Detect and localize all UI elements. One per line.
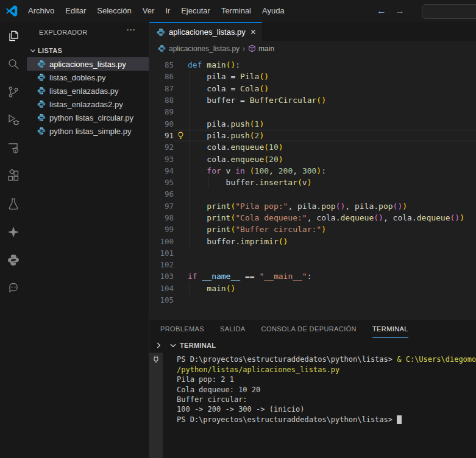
file-list: aplicaciones_listas.pylistas_dobles.pyli… <box>27 57 149 138</box>
python-file-icon <box>37 86 46 95</box>
panel-tab-salida[interactable]: SALIDA <box>220 320 246 338</box>
code-line-97[interactable]: 97 print("Pila pop:", pila.pop(), pila.p… <box>149 200 476 212</box>
terminal-section-header[interactable]: TERMINAL <box>149 338 476 353</box>
code-line-90[interactable]: 90 pila.push(1) <box>149 118 476 129</box>
code-text: cola.enqueue(10) <box>188 143 476 152</box>
code-text: if __name__ == "__main__": <box>188 272 476 281</box>
menu-terminal[interactable]: Terminal <box>216 0 257 22</box>
menu-seleccio-n[interactable]: Selección <box>91 0 137 22</box>
file-item-listas-enlazadas-py[interactable]: listas_enlazadas.py <box>27 84 149 97</box>
bottom-panel: PROBLEMASSALIDACONSOLA DE DEPURACIÓNTERM… <box>149 320 476 458</box>
lightbulb-icon[interactable] <box>177 132 185 139</box>
code-text: pila.push(1) <box>188 119 476 129</box>
tab-bar: aplicaciones_listas.py × <box>149 22 476 41</box>
code-text: buffer.imprimir() <box>188 237 476 246</box>
code-text: pila = Pila() <box>188 72 476 81</box>
source-control-icon[interactable] <box>0 78 27 106</box>
menu-ver[interactable]: Ver <box>137 0 160 22</box>
copilot-chat-icon[interactable] <box>0 274 27 302</box>
code-line-101[interactable]: 101 <box>149 247 476 259</box>
code-editor[interactable]: 85def main():86 pila = Pila()87 cola = C… <box>149 56 476 320</box>
extensions-icon[interactable] <box>0 162 27 190</box>
nav-arrows: ← → <box>377 0 405 22</box>
line-number: 102 <box>149 260 174 269</box>
title-bar: ArchivoEditarSelecciónVerIrEjecutarTermi… <box>0 0 476 22</box>
menu-editar[interactable]: Editar <box>60 0 91 22</box>
code-line-105[interactable]: 105 <box>149 294 476 306</box>
file-item-listas-dobles-py[interactable]: listas_dobles.py <box>27 71 149 84</box>
line-number: 99 <box>149 225 174 234</box>
terminal-cursor <box>397 415 402 424</box>
code-line-94[interactable]: 94 for v in (100, 200, 300): <box>149 165 476 177</box>
file-label: python listas_circular.py <box>49 113 133 122</box>
forward-arrow-icon[interactable]: → <box>395 5 405 16</box>
code-text: main() <box>188 284 476 293</box>
breadcrumb-separator: › <box>243 44 245 53</box>
code-line-100[interactable]: 100 buffer.imprimir() <box>149 235 476 247</box>
code-line-103[interactable]: 103if __name__ == "__main__": <box>149 270 476 282</box>
search-icon[interactable] <box>0 50 27 78</box>
python-file-icon <box>37 127 46 135</box>
copilot-sparkle-icon[interactable] <box>0 218 27 246</box>
python-file-icon <box>37 60 46 68</box>
breadcrumb-symbol[interactable]: main <box>248 44 274 53</box>
breadcrumb-file[interactable]: aplicaciones_listas.py <box>169 44 240 53</box>
file-item-aplicaciones-listas-py[interactable]: aplicaciones_listas.py <box>27 57 149 71</box>
code-text: for v in (100, 200, 300): <box>188 166 476 175</box>
code-line-93[interactable]: 93 cola.enqueue(20) <box>149 153 476 164</box>
menu-ejecutar[interactable]: Ejecutar <box>176 0 216 22</box>
code-line-104[interactable]: 104 main() <box>149 283 476 294</box>
code-line-95[interactable]: 95 buffer.insertar(v) <box>149 177 476 188</box>
gutter-bulb-slot <box>174 132 188 139</box>
menu-ayuda[interactable]: Ayuda <box>257 0 290 22</box>
code-text: print("Pila pop:", pila.pop(), pila.pop(… <box>188 202 476 211</box>
line-number: 96 <box>149 189 174 199</box>
tab-label: aplicaciones_listas.py <box>169 27 246 37</box>
code-line-87[interactable]: 87 cola = Cola() <box>149 83 476 94</box>
code-line-99[interactable]: 99 print("Buffer circular:") <box>149 224 476 235</box>
explorer-more-actions-icon[interactable]: ⋯ <box>126 24 135 35</box>
line-number: 104 <box>149 284 174 293</box>
code-line-86[interactable]: 86 pila = Pila() <box>149 71 476 82</box>
tab-close-icon[interactable]: × <box>250 28 256 37</box>
folder-label: LISTAS <box>38 47 62 54</box>
chevron-down-icon <box>169 341 177 350</box>
line-number: 90 <box>149 119 174 129</box>
code-line-92[interactable]: 92 cola.enqueue(10) <box>149 141 476 153</box>
panel-tab-problemas[interactable]: PROBLEMAS <box>160 320 204 338</box>
tab-aplicaciones-listas[interactable]: aplicaciones_listas.py × <box>149 22 262 41</box>
run-debug-icon[interactable] <box>0 106 27 134</box>
terminal[interactable]: PS D:\proyectos\estructuraddedatos\pytho… <box>149 353 476 458</box>
panel-tab-terminal[interactable]: TERMINAL <box>372 320 408 338</box>
command-center-searchbox[interactable] <box>422 4 476 19</box>
file-label: aplicaciones_listas.py <box>49 60 126 69</box>
code-text: buffer = BufferCircular() <box>188 96 476 105</box>
panel-tab-consola-de-depuracio-n[interactable]: CONSOLA DE DEPURACIÓN <box>261 320 357 338</box>
file-item-python-listas-circular-py[interactable]: python listas_circular.py <box>27 111 149 124</box>
code-line-85[interactable]: 85def main(): <box>149 59 476 71</box>
code-text: print("Buffer circular:") <box>188 225 476 234</box>
line-number: 95 <box>149 178 174 187</box>
code-line-96[interactable]: 96 <box>149 188 476 200</box>
terminal-line-7: PS D:\proyectos\estructuraddedatos\pytho… <box>177 415 476 425</box>
menu-archivo[interactable]: Archivo <box>23 0 60 22</box>
remote-explorer-icon[interactable] <box>0 134 27 162</box>
file-item-python-listas-simple-py[interactable]: python listas_simple.py <box>27 124 149 138</box>
back-arrow-icon[interactable]: ← <box>377 5 386 16</box>
terminal-output: PS D:\proyectos\estructuraddedatos\pytho… <box>177 354 476 425</box>
line-number: 103 <box>149 272 174 281</box>
menu-ir[interactable]: Ir <box>160 0 176 22</box>
code-line-88[interactable]: 88 buffer = BufferCircular() <box>149 94 476 106</box>
explorer-sidebar: EXPLORADOR ⋯ LISTAS aplicaciones_listas.… <box>27 22 149 458</box>
explorer-icon[interactable] <box>0 22 27 50</box>
file-item-listas-enlazadas2-py[interactable]: listas_enlazadas2.py <box>27 97 149 111</box>
python-icon[interactable] <box>0 246 27 274</box>
code-line-91[interactable]: 91 pila.push(2) <box>149 130 476 141</box>
terminal-line-6: 100 -> 200 -> 300 -> (inicio) <box>177 404 476 414</box>
code-line-102[interactable]: 102 <box>149 259 476 270</box>
line-number: 87 <box>149 84 174 93</box>
code-line-98[interactable]: 98 print("Cola dequeue:", cola.dequeue()… <box>149 212 476 224</box>
folder-row-listas[interactable]: LISTAS <box>27 44 149 57</box>
code-line-89[interactable]: 89 <box>149 106 476 118</box>
testing-icon[interactable] <box>0 190 27 218</box>
